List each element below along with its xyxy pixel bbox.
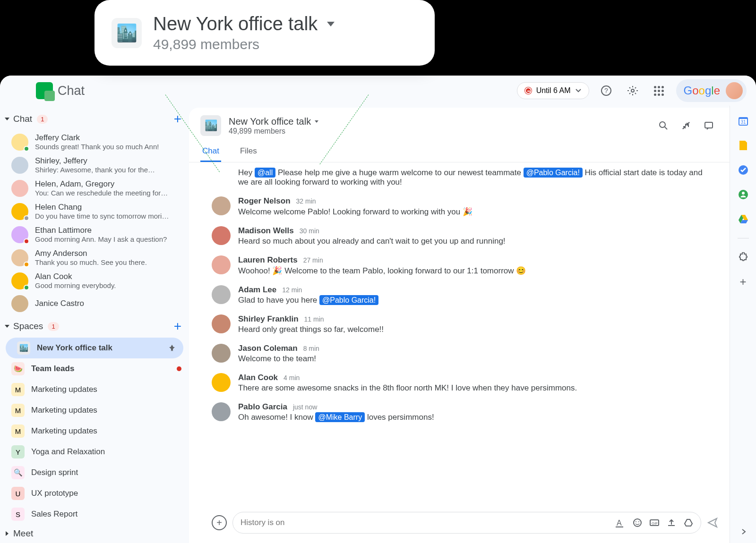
main-panel: 🏙️ New York office talk 49,899 members bbox=[189, 108, 730, 543]
message-text: Oh awesome! I know @Mike Barry loves per… bbox=[238, 413, 714, 422]
avatar bbox=[11, 180, 28, 197]
add-button[interactable]: + bbox=[212, 515, 227, 530]
space-title[interactable]: New York office talk bbox=[229, 116, 646, 127]
apps-grid-icon bbox=[654, 86, 664, 96]
contacts-app-icon[interactable] bbox=[738, 189, 749, 200]
status-selector[interactable]: Until 6 AM bbox=[517, 82, 589, 99]
chat-item[interactable]: Helen, Adam, Gregory You: Can we resched… bbox=[0, 177, 189, 200]
meet-section-header[interactable]: Meet bbox=[0, 525, 189, 543]
tab-files[interactable]: Files bbox=[238, 142, 259, 162]
chat-preview: Do you have time to sync tomorrow mori… bbox=[35, 212, 181, 220]
app-logo[interactable]: Chat bbox=[36, 82, 85, 99]
chat-preview: Good morning everybody. bbox=[35, 281, 181, 289]
svg-rect-5 bbox=[705, 122, 713, 128]
message-text: Hey @all Please help me give a huge warm… bbox=[212, 168, 714, 187]
message-time: just now bbox=[293, 403, 317, 411]
callout-title: New York office talk bbox=[153, 13, 335, 34]
search-icon bbox=[659, 121, 668, 130]
gif-icon[interactable]: GIF bbox=[650, 518, 659, 527]
message: Shirley Franklin 11 min Heard only great… bbox=[212, 314, 714, 334]
message-time: 30 min bbox=[300, 227, 319, 235]
expand-panel-button[interactable] bbox=[739, 528, 747, 535]
chat-item[interactable]: Amy Anderson Thank you so much. See you … bbox=[0, 246, 189, 269]
send-button[interactable] bbox=[707, 517, 718, 528]
chat-item[interactable]: Alan Cook Good morning everybody. bbox=[0, 269, 189, 292]
compose-box[interactable]: A GIF bbox=[232, 512, 701, 534]
drive-icon[interactable] bbox=[684, 518, 693, 527]
callout-space-avatar: 🏙️ bbox=[112, 18, 142, 48]
menu-button[interactable] bbox=[9, 81, 28, 100]
chevron-down-icon[interactable] bbox=[327, 22, 335, 26]
tabs: Chat Files bbox=[200, 142, 718, 162]
collapse-button[interactable] bbox=[677, 116, 696, 135]
svg-text:31: 31 bbox=[740, 119, 746, 125]
search-button[interactable] bbox=[654, 116, 673, 135]
chat-item[interactable]: Helen Chang Do you have time to sync tom… bbox=[0, 200, 189, 223]
chat-item[interactable]: Shirley, Jeffery Shirley: Awesome, thank… bbox=[0, 153, 189, 177]
callout-subtitle: 49,899 members bbox=[153, 36, 335, 52]
message-time: 8 min bbox=[303, 345, 319, 352]
space-item[interactable]: 🔍 Design sprint bbox=[0, 462, 189, 483]
avatar bbox=[11, 226, 28, 243]
message: Adam Lee 12 min Glad to have you here @P… bbox=[212, 285, 714, 305]
chevron-down-icon bbox=[315, 120, 318, 123]
chat-item[interactable]: Janice Castro bbox=[0, 292, 189, 315]
help-button[interactable]: ? bbox=[597, 81, 616, 100]
addons-button[interactable] bbox=[738, 252, 749, 263]
space-item[interactable]: 🏙️ New York office talk bbox=[6, 338, 183, 358]
chat-section-header[interactable]: Chat 1 + bbox=[0, 108, 189, 130]
messages-list[interactable]: Hey @all Please help me give a huge warm… bbox=[189, 162, 730, 506]
space-item[interactable]: M Marketing updates bbox=[0, 379, 189, 400]
add-app-button[interactable]: + bbox=[738, 276, 749, 288]
new-space-button[interactable]: + bbox=[174, 319, 181, 334]
avatar bbox=[11, 203, 28, 220]
message-author: Shirley Franklin bbox=[238, 314, 299, 324]
calendar-app-icon[interactable]: 31 bbox=[738, 115, 749, 127]
svg-point-8 bbox=[634, 519, 641, 526]
space-icon: 🍉 bbox=[11, 362, 25, 375]
spaces-section-header[interactable]: Spaces 1 + bbox=[0, 315, 189, 338]
emoji-icon[interactable] bbox=[633, 518, 642, 527]
apps-button[interactable] bbox=[650, 81, 669, 100]
message-text: Welcome welcome Pablo! Looking forward t… bbox=[238, 207, 714, 217]
space-name: Marketing updates bbox=[31, 406, 97, 415]
space-item[interactable]: M Marketing updates bbox=[0, 400, 189, 421]
format-icon[interactable]: A bbox=[616, 518, 625, 527]
space-item[interactable]: U UX prototype bbox=[0, 483, 189, 504]
space-item[interactable]: M Marketing updates bbox=[0, 421, 189, 441]
space-item[interactable]: Y Yoga and Relaxation bbox=[0, 441, 189, 462]
app-window: Chat Until 6 AM ? Google bbox=[0, 76, 756, 543]
mention[interactable]: @Mike Barry bbox=[315, 412, 365, 422]
account-area[interactable]: Google bbox=[676, 79, 747, 102]
space-icon: Y bbox=[11, 445, 25, 458]
space-item[interactable]: 🍉 Team leads bbox=[0, 358, 189, 379]
space-item[interactable]: S Sales Report bbox=[0, 504, 189, 525]
drive-app-icon[interactable] bbox=[738, 213, 749, 225]
user-avatar[interactable] bbox=[726, 82, 743, 99]
caret-down-icon bbox=[5, 325, 9, 328]
new-chat-button[interactable]: + bbox=[174, 111, 181, 127]
message-input[interactable] bbox=[241, 518, 612, 527]
thread-button[interactable] bbox=[699, 116, 718, 135]
send-icon bbox=[707, 517, 718, 528]
message: Jason Coleman 8 min Welcome to the team! bbox=[212, 344, 714, 364]
mention[interactable]: @Pablo Garcia! bbox=[524, 168, 583, 178]
tasks-app-icon[interactable] bbox=[738, 164, 749, 176]
message-author: Adam Lee bbox=[238, 285, 276, 295]
chat-logo-icon bbox=[36, 82, 53, 99]
space-subtitle: 49,899 members bbox=[229, 127, 646, 136]
message-author: Madison Wells bbox=[238, 226, 294, 236]
side-panel: 31 + bbox=[730, 106, 756, 543]
avatar bbox=[11, 134, 28, 151]
message-time: 27 min bbox=[303, 256, 323, 264]
keep-app-icon[interactable] bbox=[738, 140, 749, 151]
upload-icon[interactable] bbox=[667, 518, 676, 527]
message: Lauren Roberts 27 min Woohoo! 🎉 Welcome … bbox=[212, 255, 714, 276]
message: Pablo Garcia just now Oh awesome! I know… bbox=[212, 402, 714, 422]
mention[interactable]: @Pablo Garcia! bbox=[319, 295, 378, 305]
chevron-down-icon bbox=[576, 89, 581, 93]
chat-item[interactable]: Ethan Lattimore Good morning Ann. May I … bbox=[0, 223, 189, 246]
chat-item[interactable]: Jeffery Clark Sounds great! Thank you so… bbox=[0, 130, 189, 153]
mention[interactable]: @all bbox=[255, 168, 275, 178]
settings-button[interactable] bbox=[623, 81, 642, 100]
